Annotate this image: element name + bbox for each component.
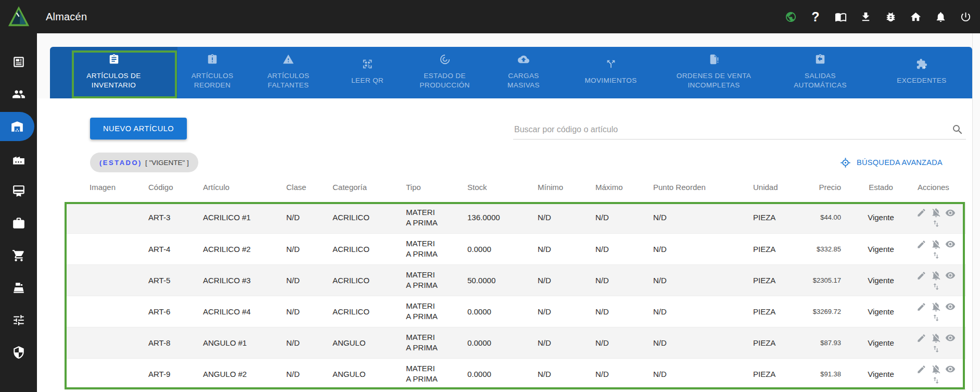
chip-value: [ "VIGENTE" ] (145, 159, 189, 167)
edit-icon[interactable] (917, 239, 926, 249)
tab-label: ARTÍCULOS REORDEN (182, 71, 243, 90)
cash-register-icon (12, 281, 26, 295)
tab-leer-qr[interactable]: LEER QR (329, 47, 405, 98)
swap-vert-icon[interactable] (932, 219, 940, 228)
edit-icon[interactable] (917, 302, 926, 312)
tab-label: ORDENES DE VENTA INCOMPLETAS (671, 71, 757, 90)
download-icon[interactable] (859, 10, 872, 23)
sidebar-item-pos[interactable] (0, 272, 37, 304)
cell-punto_reorden: N/D (653, 327, 753, 358)
cell-codigo: ART-8 (148, 327, 203, 358)
app-logo[interactable] (7, 5, 31, 29)
sidebar-item-warehouse[interactable] (0, 112, 34, 141)
advanced-search-button[interactable]: BÚSQUEDA AVANZADA (840, 157, 943, 168)
estado-filter-chip[interactable]: (ESTADO) [ "VIGENTE" ] (90, 153, 198, 172)
cell-clase: N/D (286, 202, 333, 233)
notifications-off-icon[interactable] (931, 301, 941, 312)
column-header-punto-reorden: Punto Reorden (653, 172, 753, 202)
tab-estado-de-produccion[interactable]: ESTADO DE PRODUCCIÓN (405, 47, 484, 98)
cell-stock: 50.0000 (467, 264, 538, 296)
sidebar-item-security[interactable] (0, 336, 37, 369)
notifications-off-icon[interactable] (931, 333, 941, 344)
cell-imagen (65, 202, 148, 233)
swap-vert-icon[interactable] (932, 345, 940, 353)
eye-icon[interactable] (945, 301, 956, 312)
swap-vert-icon[interactable] (932, 313, 940, 322)
tab-label: ARTÍCULOS FALTANTES (258, 71, 319, 90)
scrollbar-gutter[interactable] (972, 33, 980, 392)
swap-vert-icon[interactable] (932, 282, 940, 291)
help-icon[interactable]: ? (809, 10, 822, 23)
sidebar-item-people[interactable] (0, 78, 37, 110)
cell-unidad: PIEZA (753, 264, 795, 296)
bug-icon[interactable] (884, 10, 897, 23)
cell-clase: N/D (286, 233, 333, 264)
cell-categoria: ANGULO (333, 358, 406, 389)
search-icon[interactable] (951, 123, 964, 136)
home-icon[interactable] (909, 10, 922, 23)
app-title: Almacén (46, 11, 87, 23)
search-input[interactable] (513, 125, 951, 139)
edit-icon[interactable] (917, 364, 926, 374)
book-icon[interactable] (834, 10, 847, 23)
edit-icon[interactable] (917, 208, 926, 218)
tab-articulos-de-inventario[interactable]: ARTÍCULOS DE INVENTARIO (50, 47, 177, 98)
sidebar-item-settings[interactable] (0, 304, 37, 336)
edit-icon[interactable] (917, 271, 926, 281)
column-header-estado: Estado (848, 172, 913, 202)
table-row: ART-4ACRILICO #2N/DACRILICOMATERIA PRIMA… (65, 233, 966, 264)
warehouse-icon (10, 120, 24, 133)
bell-icon[interactable] (934, 10, 947, 23)
tab-salidas-automaticas[interactable]: SALIDAS AUTOMÁTICAS (769, 47, 871, 98)
cell-precio: $87.93 (795, 327, 848, 358)
notifications-off-icon[interactable] (931, 270, 941, 281)
edit-icon[interactable] (917, 333, 926, 343)
cell-acciones (913, 202, 966, 233)
tab-ordenes-de-venta-incompletas[interactable]: ORDENES DE VENTA INCOMPLETAS (658, 47, 769, 98)
inventory-table: ImagenCódigoArtículoClaseCategoríaTipoSt… (65, 172, 966, 390)
tab-articulos-reorden[interactable]: ARTÍCULOS REORDEN (177, 47, 247, 98)
swap-vert-icon[interactable] (932, 376, 940, 385)
swap-vert-icon[interactable] (932, 251, 940, 260)
row-actions (914, 207, 959, 229)
power-icon[interactable] (959, 10, 972, 23)
sidebar-item-memberships[interactable] (0, 175, 37, 207)
cell-punto_reorden: N/D (653, 296, 753, 327)
tab-excedentes[interactable]: EXCEDENTES (871, 47, 972, 98)
cell-minimo: N/D (538, 233, 595, 264)
new-article-button[interactable]: NUEVO ARTÍCULO (90, 118, 187, 140)
globe-icon[interactable] (784, 10, 797, 23)
cell-articulo: ANGULO #1 (203, 327, 286, 358)
sidebar-item-work[interactable] (0, 207, 37, 239)
notifications-off-icon[interactable] (931, 207, 941, 218)
split-arrows-icon (605, 58, 617, 72)
cell-maximo: N/D (595, 264, 653, 296)
eye-icon[interactable] (945, 239, 956, 249)
cell-imagen (65, 296, 148, 327)
eye-icon[interactable] (945, 208, 956, 218)
content-panel: NUEVO ARTÍCULO (ESTADO) [ "VIGENTE" ] BÚ… (37, 98, 980, 392)
topbar: Almacén ? (0, 0, 980, 33)
eye-icon[interactable] (945, 364, 956, 374)
tab-movimientos[interactable]: MOVIMIENTOS (563, 47, 658, 98)
eye-icon[interactable] (945, 270, 956, 281)
cell-minimo: N/D (538, 327, 595, 358)
row-actions (914, 269, 959, 291)
cell-estado: Vigente (848, 202, 913, 233)
cell-maximo: N/D (595, 327, 653, 358)
cell-minimo: N/D (538, 358, 595, 389)
notifications-off-icon[interactable] (931, 364, 941, 375)
sidebar-item-production[interactable] (0, 143, 37, 175)
notifications-off-icon[interactable] (931, 239, 941, 250)
cell-clase: N/D (286, 264, 333, 296)
cell-imagen (65, 264, 148, 296)
tab-cargas-masivas[interactable]: CARGAS MASIVAS (484, 47, 563, 98)
main-area: ARTÍCULOS DE INVENTARIOARTÍCULOS REORDEN… (37, 33, 980, 392)
cell-imagen (65, 327, 148, 358)
tab-articulos-faltantes[interactable]: ARTÍCULOS FALTANTES (247, 47, 329, 98)
filter-row: (ESTADO) [ "VIGENTE" ] BÚSQUEDA AVANZADA (65, 153, 966, 172)
eye-icon[interactable] (945, 333, 956, 343)
sidebar-item-purchases[interactable] (0, 239, 37, 272)
sidebar-item-dashboard[interactable] (0, 46, 37, 78)
cell-estado: Vigente (848, 264, 913, 296)
